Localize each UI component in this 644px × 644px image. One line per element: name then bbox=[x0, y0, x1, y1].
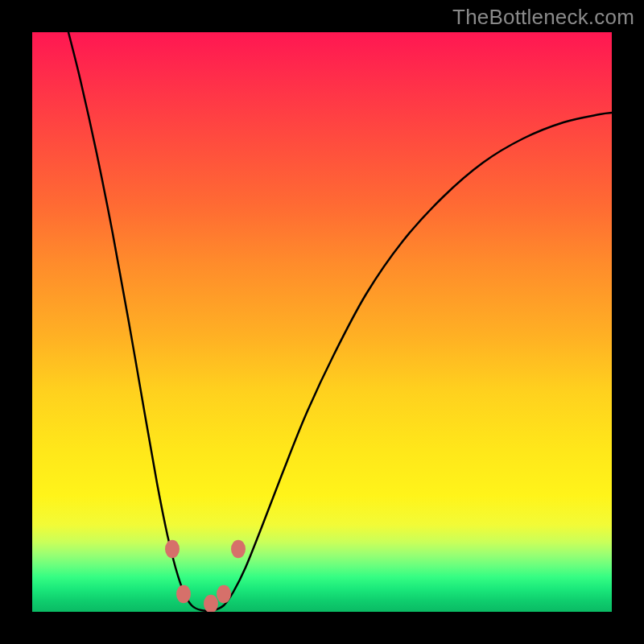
curve-marker bbox=[231, 540, 246, 559]
curve-marker bbox=[217, 585, 231, 604]
curve-marker bbox=[176, 585, 191, 604]
curve-marker bbox=[165, 540, 180, 559]
curve-marker bbox=[204, 595, 218, 612]
plot-area bbox=[32, 32, 612, 612]
curve-layer bbox=[32, 32, 612, 612]
watermark-label: TheBottleneck.com bbox=[452, 5, 634, 30]
chart-container: TheBottleneck.com bbox=[0, 0, 644, 644]
bottleneck-curve bbox=[68, 32, 612, 611]
